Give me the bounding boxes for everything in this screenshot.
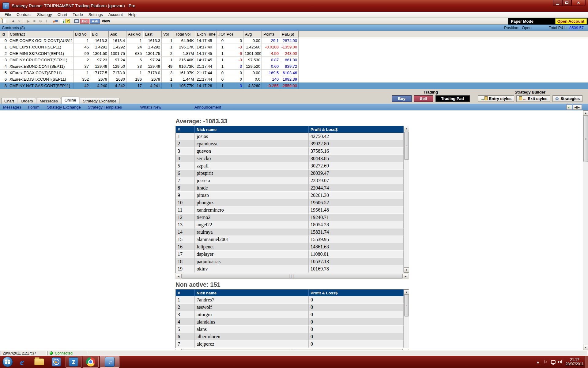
- speaker-icon[interactable]: [559, 360, 562, 364]
- report-icon[interactable]: +: [58, 18, 65, 24]
- column-header[interactable]: Ask Vol: [126, 31, 143, 37]
- column-header[interactable]: Vol: [162, 31, 174, 37]
- menu-trade[interactable]: Trade: [70, 12, 85, 17]
- play-icon[interactable]: ▶: [25, 18, 31, 24]
- tab-messages[interactable]: Messages: [37, 98, 61, 104]
- column-header[interactable]: Total Vol: [174, 31, 195, 37]
- taskbar-strategy-runner-button[interactable]: ↓↑: [100, 356, 119, 368]
- add-icon[interactable]: +: [10, 18, 16, 24]
- remove-icon[interactable]: ×: [16, 18, 22, 24]
- column-header[interactable]: #Ord: [217, 31, 225, 37]
- board-column-header[interactable]: #: [176, 126, 195, 133]
- tab-strategy-exchange[interactable]: Strategy Exchange: [80, 98, 119, 104]
- contract-row[interactable]: 0CME:COMEX GOLD:CONT(AUG11)11613.31613.4…: [0, 37, 588, 44]
- leaderboard-hscrollbar[interactable]: ◀ ┃┃┃ ▶: [175, 274, 409, 279]
- ask-toggle[interactable]: Ask: [90, 19, 100, 24]
- column-header[interactable]: Pos: [225, 31, 243, 37]
- board-column-header[interactable]: Profit & Loss$: [309, 126, 404, 133]
- taskbar-ie-button[interactable]: e: [14, 356, 30, 368]
- stop-icon[interactable]: ■: [31, 18, 37, 24]
- entry-styles-button[interactable]: → Entry styles: [478, 95, 514, 102]
- contract-row[interactable]: 8CME:NY NAT GAS:CONT(SEP11)424.2404.2421…: [0, 82, 588, 89]
- scroll-down-icon[interactable]: ▼: [583, 345, 588, 350]
- start-button[interactable]: [2, 357, 13, 367]
- cancel-icon[interactable]: ⊘: [37, 18, 43, 24]
- quote-board-icon[interactable]: [74, 18, 80, 24]
- taskbar-clock[interactable]: 21:17 28/07/2011: [566, 358, 584, 366]
- non-active-vscrollbar[interactable]: ▲ ≡: [404, 289, 409, 348]
- link-announcement[interactable]: Announcement: [194, 105, 221, 109]
- contract-row[interactable]: 5XEurex:EDAX:CONT(SEP11)17177.57178.0171…: [0, 70, 588, 76]
- contract-row[interactable]: 3CME:NY CRUDE:CONT(SEP11)297.2397.24697.…: [0, 57, 588, 63]
- scroll-right-icon[interactable]: ▶: [403, 349, 408, 350]
- menu-settings[interactable]: Settings: [86, 12, 106, 17]
- taskbar-explorer-button[interactable]: [31, 356, 47, 368]
- board-column-header[interactable]: Profit & Loss$: [309, 289, 404, 296]
- tab-orders[interactable]: Orders: [18, 98, 36, 104]
- link-forum[interactable]: Forum: [28, 105, 40, 109]
- scrollbar-thumb[interactable]: ┃┃┃: [181, 274, 403, 278]
- view-label[interactable]: View: [102, 19, 110, 23]
- contract-row[interactable]: 2CME:MINI S&P:CONT(SEP11)991301.501301.7…: [0, 50, 588, 57]
- non-active-hscrollbar[interactable]: ◀ ┃┃┃ ▶: [175, 349, 409, 350]
- buy-button[interactable]: Buy: [392, 95, 412, 102]
- tab-chart[interactable]: Chart: [1, 98, 17, 104]
- exit-styles-button[interactable]: → Exit styles: [516, 95, 550, 102]
- taskbar-z-app-button[interactable]: z: [66, 356, 81, 368]
- content-vscrollbar[interactable]: ▲ ≡ ▼: [583, 110, 588, 350]
- link-what-s-new[interactable]: What's New: [140, 105, 161, 109]
- board-column-header[interactable]: #: [176, 289, 195, 296]
- new-contract-icon[interactable]: *: [1, 18, 7, 24]
- tab-online[interactable]: Online: [62, 97, 79, 104]
- column-header[interactable]: Exch Time: [195, 31, 217, 37]
- contract-row[interactable]: 4XEurex:EBUND:CONT(SEP11)37129.49129.503…: [0, 63, 588, 70]
- scrollbar-thumb[interactable]: ┃┃┃: [181, 349, 403, 350]
- column-header[interactable]: Id: [0, 31, 8, 37]
- leaderboard-vscrollbar[interactable]: ▲ ≡ ▼: [404, 126, 409, 273]
- menu-help[interactable]: Help: [126, 12, 139, 17]
- close-button[interactable]: ×: [571, 0, 586, 6]
- sell-button[interactable]: Sell: [414, 95, 433, 102]
- taskbar-media-player-button[interactable]: ▶: [48, 356, 64, 368]
- column-header[interactable]: Points: [262, 31, 280, 37]
- flag-icon[interactable]: ⚐: [544, 360, 547, 364]
- menu-chart[interactable]: Chart: [55, 12, 70, 17]
- tray-expand-icon[interactable]: ▲: [536, 360, 540, 364]
- minimize-button[interactable]: [553, 0, 562, 6]
- scrollbar-thumb[interactable]: ≡: [404, 132, 409, 160]
- scroll-up-icon[interactable]: ▲: [404, 126, 409, 131]
- scroll-left-icon[interactable]: ◀: [176, 349, 181, 350]
- menu-strategy[interactable]: Strategy: [34, 12, 55, 17]
- scrollbar-thumb[interactable]: ≡: [583, 116, 588, 162]
- link-strategy-templates[interactable]: Strategy Templates: [88, 105, 122, 109]
- network-icon[interactable]: [551, 360, 556, 364]
- column-header[interactable]: Last: [143, 31, 162, 37]
- scroll-left-icon[interactable]: ◀: [176, 274, 181, 279]
- board-column-header[interactable]: Nick name: [195, 126, 309, 133]
- scroll-down-icon[interactable]: ▼: [404, 267, 409, 273]
- column-header[interactable]: P&L($): [280, 31, 299, 37]
- contract-row[interactable]: 6XEurex:EDJSTX:CONT(SEP11)35226792680186…: [0, 76, 588, 82]
- column-header[interactable]: Avg: [243, 31, 262, 37]
- strategies-button[interactable]: ⚙ Strategies: [552, 95, 582, 102]
- menu-account[interactable]: Account: [106, 12, 126, 17]
- board-column-header[interactable]: Nick name: [195, 289, 309, 296]
- link-messages[interactable]: Messages: [3, 105, 21, 109]
- menu-contract[interactable]: Contract: [14, 12, 34, 17]
- trading-pad-button[interactable]: Trading Pad: [435, 95, 470, 102]
- show-desktop-button[interactable]: [585, 356, 588, 368]
- scroll-up-icon[interactable]: ▲: [583, 110, 588, 116]
- taskbar-chrome-button[interactable]: [83, 356, 99, 368]
- column-header[interactable]: Contract: [8, 31, 74, 37]
- contract-row[interactable]: 1CME:Euro FX:CONT(SEP11)451.42911.429224…: [0, 44, 588, 50]
- scrollbar-thumb[interactable]: ≡: [404, 295, 409, 316]
- back-forward-icon[interactable]: ◀▶: [573, 105, 582, 110]
- column-header[interactable]: Bid: [90, 31, 109, 37]
- help-icon[interactable]: ?: [65, 18, 71, 24]
- column-header[interactable]: Ask: [109, 31, 126, 37]
- open-account-button[interactable]: Open Account: [555, 18, 587, 24]
- column-header[interactable]: Bid Vol: [74, 31, 90, 37]
- scroll-up-icon[interactable]: ▲: [404, 289, 409, 295]
- link-strategy-exchange[interactable]: Strategy Exchange: [47, 105, 81, 109]
- refresh-icon[interactable]: ⇄: [566, 105, 572, 110]
